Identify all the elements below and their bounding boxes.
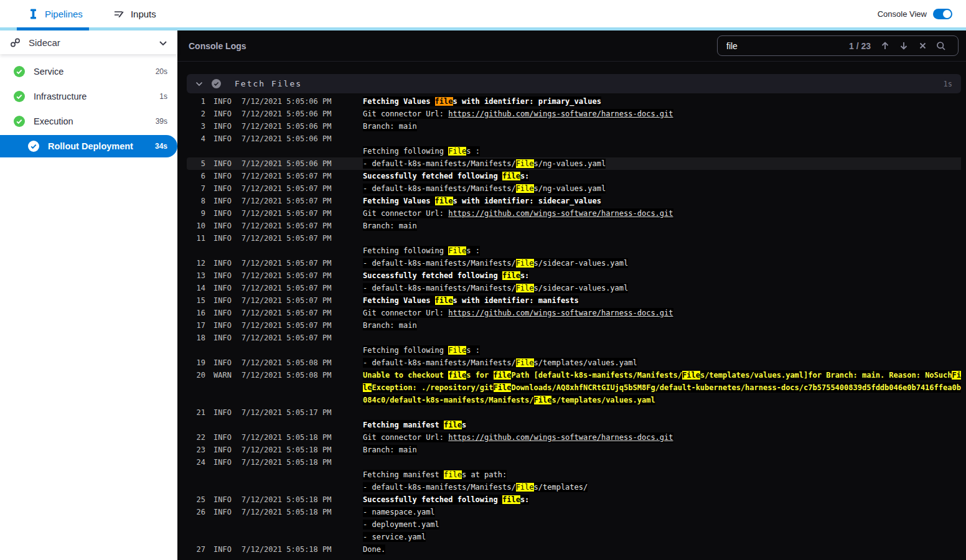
collapse-chevron-icon[interactable] xyxy=(195,82,203,86)
log-message: Fetching following Files : xyxy=(332,145,961,157)
log-level xyxy=(205,469,237,481)
log-line-number xyxy=(187,419,205,431)
log-level: INFO xyxy=(205,232,237,245)
step-section-header[interactable]: Fetch Files 1s xyxy=(187,74,961,93)
search-match: File xyxy=(516,358,534,367)
log-row: 3INFO7/12/2021 5:05:06 PMBranch: main xyxy=(187,120,961,133)
log-message-text: Branch: main xyxy=(363,445,417,455)
search-match: File xyxy=(448,346,466,355)
log-message: Fetching following Files : xyxy=(332,245,961,257)
log-timestamp: 7/12/2021 5:05:18 PM xyxy=(237,543,332,556)
log-link[interactable]: https://github.com/wings-software/harnes… xyxy=(448,309,673,317)
log-row: Fetching following Files : xyxy=(187,145,961,157)
log-message-text: - deployment.yaml xyxy=(363,520,439,530)
current-search-match: file xyxy=(435,97,453,106)
log-line-number: 2 xyxy=(187,108,205,120)
log-timestamp: 7/12/2021 5:05:07 PM xyxy=(237,220,332,232)
log-level: INFO xyxy=(205,506,237,518)
log-message-text: Fetching following Files : xyxy=(363,345,480,355)
search-match: File xyxy=(516,259,534,268)
log-level: INFO xyxy=(205,406,237,419)
log-level: INFO xyxy=(205,108,237,120)
sidebar-item-service[interactable]: Service20s xyxy=(0,59,177,84)
log-timestamp: 7/12/2021 5:05:07 PM xyxy=(237,282,332,294)
log-line-number: 11 xyxy=(187,232,205,245)
log-timestamp: 7/12/2021 5:05:06 PM xyxy=(237,108,332,120)
clear-search-button[interactable] xyxy=(913,39,932,54)
console-view-toggle[interactable] xyxy=(933,9,952,19)
log-row: Fetching following Files : xyxy=(187,344,961,357)
log-timestamp xyxy=(237,344,332,357)
log-message xyxy=(332,232,961,245)
log-row: 15INFO7/12/2021 5:05:07 PMFetching Value… xyxy=(187,294,961,307)
log-text-segment: s : xyxy=(466,246,480,255)
console-view-label: Console View xyxy=(878,9,927,19)
pipeline-selector[interactable]: Sidecar xyxy=(0,30,177,54)
log-message: Successfully fetched following files: xyxy=(332,493,961,506)
log-text-segment: s/templates/values.yaml]for Branch: main… xyxy=(700,371,952,380)
log-timestamp: 7/12/2021 5:05:06 PM xyxy=(237,157,332,170)
log-message: - namespace.yaml xyxy=(332,506,961,518)
log-message: Git connector Url: https://github.com/wi… xyxy=(332,207,961,220)
search-match: file xyxy=(502,172,520,180)
log-message-text: Fetching Values files with identifier: s… xyxy=(363,196,601,206)
log-level: INFO xyxy=(205,431,237,444)
log-text-segment: - namespace.yaml xyxy=(363,508,435,516)
log-line-number xyxy=(187,344,205,357)
chevron-down-icon xyxy=(159,37,167,48)
log-timestamp xyxy=(237,518,332,531)
log-timestamp: 7/12/2021 5:05:06 PM xyxy=(237,120,332,133)
sidebar-item-execution[interactable]: Execution39s xyxy=(0,109,177,134)
log-level xyxy=(205,518,237,531)
log-level: INFO xyxy=(205,493,237,506)
log-level: INFO xyxy=(205,357,237,369)
tab-pipelines-label: Pipelines xyxy=(45,9,83,19)
toggle-knob xyxy=(943,10,951,18)
log-row: 11INFO7/12/2021 5:05:07 PM xyxy=(187,232,961,245)
log-link[interactable]: https://github.com/wings-software/harnes… xyxy=(448,209,673,218)
link-icon xyxy=(10,37,21,48)
log-text-segment: s : xyxy=(466,346,480,355)
log-message xyxy=(332,406,961,419)
log-message: Branch: main xyxy=(332,319,961,332)
log-link[interactable]: https://github.com/wings-software/harnes… xyxy=(448,110,673,118)
log-level: INFO xyxy=(205,543,237,556)
status-check-icon xyxy=(28,141,39,152)
log-level: INFO xyxy=(205,456,237,469)
sidebar-item-infrastructure[interactable]: Infrastructure1s xyxy=(0,84,177,109)
log-timestamp: 7/12/2021 5:05:08 PM xyxy=(237,369,332,406)
step-title: Fetch Files xyxy=(235,79,302,88)
next-match-button[interactable] xyxy=(894,39,913,54)
tab-inputs[interactable]: Inputs xyxy=(114,9,156,19)
search-input[interactable] xyxy=(725,40,849,52)
log-row: 9INFO7/12/2021 5:05:07 PMGit connector U… xyxy=(187,207,961,220)
search-icon[interactable] xyxy=(932,39,950,54)
log-timestamp: 7/12/2021 5:05:06 PM xyxy=(237,133,332,145)
log-message: Successfully fetched following files: xyxy=(332,170,961,182)
log-timestamp: 7/12/2021 5:05:07 PM xyxy=(237,182,332,195)
log-text-segment: Fetching manifest xyxy=(363,470,444,479)
log-timestamp: 7/12/2021 5:05:07 PM xyxy=(237,307,332,319)
log-row: Fetching manifest files xyxy=(187,419,961,431)
log-level xyxy=(205,481,237,493)
prev-match-button[interactable] xyxy=(876,39,894,54)
log-text-segment: s for xyxy=(466,371,493,380)
search-match: File xyxy=(516,184,534,193)
log-message-text: - default-k8s-manifests/Manifests/Files/… xyxy=(363,482,588,492)
stage-label: Rollout Deployment xyxy=(48,141,133,151)
log-line-number: 1 xyxy=(187,95,205,108)
log-text-segment: s: xyxy=(520,172,529,180)
log-text-segment: Fetching following xyxy=(363,147,448,156)
log-timestamp: 7/12/2021 5:05:06 PM xyxy=(237,95,332,108)
search-match: File xyxy=(534,396,552,404)
log-line-number: 24 xyxy=(187,456,205,469)
log-message-text: Git connector Url: https://github.com/wi… xyxy=(363,308,673,318)
sidebar-item-rollout-deployment[interactable]: Rollout Deployment34s xyxy=(0,135,177,157)
log-timestamp: 7/12/2021 5:05:07 PM xyxy=(237,207,332,220)
log-message-text: - default-k8s-manifests/Manifests/Files/… xyxy=(363,283,628,293)
log-text-segment: s : xyxy=(466,147,480,156)
log-link[interactable]: https://github.com/wings-software/harnes… xyxy=(448,433,673,442)
log-level: INFO xyxy=(205,170,237,182)
tab-pipelines[interactable]: Pipelines xyxy=(28,9,83,19)
log-row: 25INFO7/12/2021 5:05:18 PMSuccessfully f… xyxy=(187,493,961,506)
